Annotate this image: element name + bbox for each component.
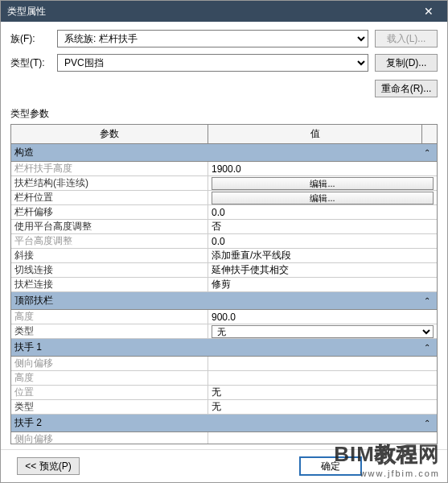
value-cell[interactable]: 900.0 bbox=[208, 310, 437, 324]
edit-button[interactable]: 编辑... bbox=[212, 177, 434, 190]
group-title: 扶手 1 bbox=[14, 341, 42, 354]
group-header[interactable]: 构造⌃ bbox=[11, 144, 437, 162]
dialog-title: 类型属性 bbox=[7, 5, 46, 19]
value-cell[interactable]: 无 bbox=[208, 400, 437, 414]
value-cell[interactable] bbox=[208, 432, 437, 444]
value-cell[interactable]: 编辑... bbox=[208, 191, 437, 204]
param-cell: 位置 bbox=[11, 386, 208, 399]
rename-button[interactable]: 重命名(R)... bbox=[375, 80, 438, 97]
value-cell[interactable]: 添加垂直/水平线段 bbox=[208, 249, 437, 262]
table-row: 类型无 bbox=[11, 324, 437, 339]
param-cell: 类型 bbox=[11, 400, 208, 414]
load-button: 载入(L)... bbox=[375, 30, 438, 47]
table-row: 侧向偏移 bbox=[11, 432, 437, 444]
type-label: 类型(T): bbox=[10, 56, 57, 70]
chevron-up-icon: ⌃ bbox=[424, 296, 434, 305]
param-cell: 斜接 bbox=[11, 249, 208, 262]
param-cell: 扶栏连接 bbox=[11, 278, 208, 291]
param-cell: 平台高度调整 bbox=[11, 234, 208, 248]
param-cell: 类型 bbox=[11, 324, 208, 338]
value-cell[interactable]: 否 bbox=[208, 220, 437, 233]
table-body[interactable]: 构造⌃栏杆扶手高度1900.0扶栏结构(非连续)编辑...栏杆位置编辑...栏杆… bbox=[11, 144, 437, 444]
param-cell: 高度 bbox=[11, 371, 208, 385]
value-cell[interactable] bbox=[208, 357, 437, 370]
param-cell: 栏杆扶手高度 bbox=[11, 162, 208, 175]
group-title: 顶部扶栏 bbox=[14, 294, 53, 308]
param-cell: 切线连接 bbox=[11, 263, 208, 277]
table-row: 栏杆位置编辑... bbox=[11, 191, 437, 205]
table-row: 栏杆扶手高度1900.0 bbox=[11, 162, 437, 176]
value-cell[interactable]: 延伸扶手使其相交 bbox=[208, 263, 437, 277]
table-row: 扶栏连接修剪 bbox=[11, 278, 437, 292]
footer: << 预览(P) 确定 取消 bbox=[1, 449, 447, 482]
chevron-up-icon: ⌃ bbox=[424, 148, 434, 157]
value-cell[interactable]: 无 bbox=[208, 386, 437, 399]
table-row: 侧向偏移 bbox=[11, 357, 437, 371]
value-cell[interactable]: 修剪 bbox=[208, 278, 437, 291]
value-cell[interactable]: 无 bbox=[208, 324, 437, 338]
group-header[interactable]: 顶部扶栏⌃ bbox=[11, 292, 437, 310]
group-header[interactable]: 扶手 1⌃ bbox=[11, 339, 437, 357]
table-row: 斜接添加垂直/水平线段 bbox=[11, 249, 437, 263]
header-scroll-gutter bbox=[422, 125, 437, 143]
param-cell: 高度 bbox=[11, 310, 208, 324]
group-header[interactable]: 扶手 2⌃ bbox=[11, 415, 437, 432]
param-cell: 扶栏结构(非连续) bbox=[11, 176, 208, 190]
table-row: 位置无 bbox=[11, 386, 437, 400]
titlebar: 类型属性 ✕ bbox=[1, 1, 447, 22]
table-row: 类型无 bbox=[11, 400, 437, 415]
family-label: 族(F): bbox=[10, 32, 57, 46]
header-value: 值 bbox=[208, 125, 422, 143]
value-cell[interactable]: 1900.0 bbox=[208, 162, 437, 175]
param-cell: 使用平台高度调整 bbox=[11, 220, 208, 233]
param-cell: 栏杆偏移 bbox=[11, 205, 208, 219]
content-area: 族(F): 系统族: 栏杆扶手 载入(L)... 类型(T): PVC围挡 复制… bbox=[1, 22, 447, 449]
param-cell: 侧向偏移 bbox=[11, 432, 208, 444]
table-row: 栏杆偏移0.0 bbox=[11, 205, 437, 220]
table-row: 平台高度调整0.0 bbox=[11, 234, 437, 249]
table-row: 高度 bbox=[11, 371, 437, 386]
type-row: 类型(T): PVC围挡 复制(D)... bbox=[10, 54, 438, 72]
param-cell: 侧向偏移 bbox=[11, 357, 208, 370]
edit-button[interactable]: 编辑... bbox=[212, 192, 434, 204]
duplicate-button[interactable]: 复制(D)... bbox=[375, 54, 438, 72]
preview-button[interactable]: << 预览(P) bbox=[17, 457, 80, 475]
family-select[interactable]: 系统族: 栏杆扶手 bbox=[57, 30, 368, 47]
table-header: 参数 值 bbox=[11, 125, 437, 144]
value-cell[interactable]: 0.0 bbox=[208, 234, 437, 248]
chevron-up-icon: ⌃ bbox=[424, 343, 434, 352]
params-table: 参数 值 构造⌃栏杆扶手高度1900.0扶栏结构(非连续)编辑...栏杆位置编辑… bbox=[10, 124, 438, 444]
group-title: 构造 bbox=[14, 146, 34, 159]
family-row: 族(F): 系统族: 栏杆扶手 载入(L)... bbox=[10, 30, 438, 47]
table-row: 使用平台高度调整否 bbox=[11, 220, 437, 234]
value-cell[interactable]: 编辑... bbox=[208, 176, 437, 190]
ok-button[interactable]: 确定 bbox=[299, 456, 362, 476]
table-row: 高度900.0 bbox=[11, 310, 437, 324]
value-cell[interactable] bbox=[208, 371, 437, 385]
table-row: 扶栏结构(非连续)编辑... bbox=[11, 176, 437, 191]
close-icon[interactable]: ✕ bbox=[417, 5, 441, 18]
dialog-window: 类型属性 ✕ 族(F): 系统族: 栏杆扶手 载入(L)... 类型(T): P… bbox=[0, 0, 448, 483]
param-cell: 栏杆位置 bbox=[11, 191, 208, 204]
group-title: 扶手 2 bbox=[14, 416, 42, 430]
value-cell[interactable]: 0.0 bbox=[208, 205, 437, 219]
value-select[interactable]: 无 bbox=[212, 325, 434, 338]
table-row: 切线连接延伸扶手使其相交 bbox=[11, 263, 437, 278]
type-select[interactable]: PVC围挡 bbox=[57, 54, 368, 72]
chevron-up-icon: ⌃ bbox=[424, 419, 434, 427]
type-params-label: 类型参数 bbox=[10, 107, 438, 121]
header-param: 参数 bbox=[11, 125, 208, 143]
rename-row: 重命名(R)... bbox=[10, 80, 438, 97]
